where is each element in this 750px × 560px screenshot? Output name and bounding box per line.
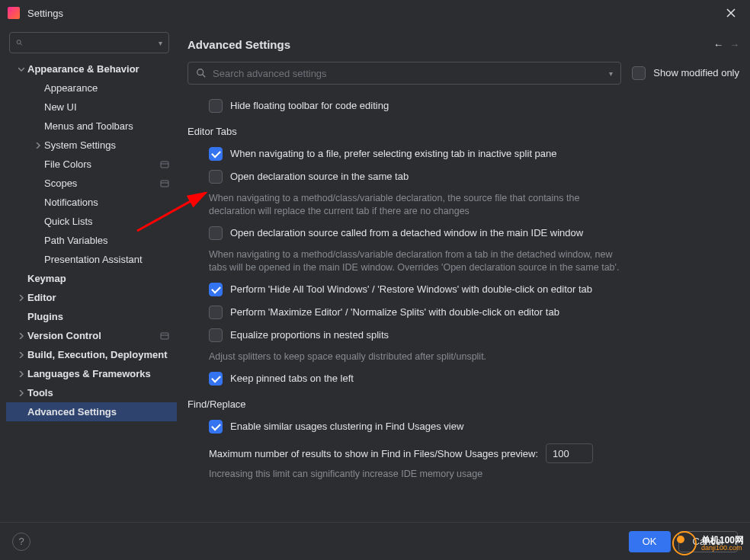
section-editor-tabs: Editor Tabs [188, 126, 739, 137]
sidebar-item-label: Quick Lists [44, 216, 93, 227]
sidebar-item-label: Path Variables [44, 235, 108, 246]
sidebar-item-label: Plugins [27, 311, 63, 322]
settings-content: Advanced Settings ← → ▾ Show modified on… [177, 26, 750, 522]
keep-pinned-left-checkbox[interactable] [209, 372, 223, 386]
sidebar-item-plugins[interactable]: Plugins [6, 307, 177, 326]
svg-line-1 [21, 43, 22, 45]
chevron-right-icon [15, 371, 27, 377]
sidebar-item-label: Menus and Toolbars [44, 120, 133, 132]
sidebar-search-input[interactable] [27, 37, 155, 49]
open-declaration-same-tab-label: Open declaration source in the same tab [230, 169, 409, 184]
sidebar-item-editor[interactable]: Editor [6, 288, 177, 307]
svg-rect-6 [161, 333, 168, 339]
sidebar-search[interactable]: ▾ [9, 32, 169, 53]
help-button[interactable]: ? [12, 533, 30, 551]
hide-tool-windows-dblclick-checkbox[interactable] [209, 283, 223, 296]
hide-tool-windows-dblclick-label: Perform 'Hide All Tool Windows' / 'Resto… [230, 282, 592, 297]
open-declaration-detached-label: Open declaration source called from a de… [230, 226, 583, 241]
window-title: Settings [27, 8, 63, 19]
sidebar-item-file-colors[interactable]: File Colors [6, 155, 177, 174]
similar-usages-label: Enable similar usages clustering in Find… [230, 419, 463, 434]
ok-button[interactable]: OK [629, 531, 671, 552]
sidebar-item-label: File Colors [44, 158, 91, 170]
sidebar-item-build-execution-deployment[interactable]: Build, Execution, Deployment [6, 345, 177, 364]
sidebar-item-version-control[interactable]: Version Control [6, 326, 177, 345]
svg-point-0 [17, 40, 21, 44]
sidebar-item-quick-lists[interactable]: Quick Lists [6, 212, 177, 231]
sidebar-item-system-settings[interactable]: System Settings [6, 136, 177, 155]
sidebar-item-menus-and-toolbars[interactable]: Menus and Toolbars [6, 117, 177, 136]
sidebar-item-path-variables[interactable]: Path Variables [6, 231, 177, 250]
prefer-existing-tab-checkbox[interactable] [209, 147, 223, 161]
sidebar-item-label: Keymap [27, 273, 66, 284]
sidebar-item-advanced-settings[interactable]: Advanced Settings [6, 402, 177, 421]
svg-rect-2 [161, 162, 168, 168]
sidebar-item-label: Version Control [27, 330, 101, 341]
svg-line-9 [203, 75, 206, 78]
sidebar-item-label: Appearance [44, 82, 98, 94]
sidebar-item-scopes[interactable]: Scopes [6, 174, 177, 193]
maximize-editor-dblclick-label: Perform 'Maximize Editor' / 'Normalize S… [230, 305, 559, 320]
sidebar-item-label: New UI [44, 101, 77, 113]
chevron-right-icon [15, 352, 27, 358]
svg-rect-4 [161, 181, 168, 187]
titlebar: Settings [0, 0, 750, 26]
sidebar-item-appearance[interactable]: Appearance [6, 78, 177, 98]
similar-usages-checkbox[interactable] [209, 420, 223, 434]
sidebar-item-languages-frameworks[interactable]: Languages & Frameworks [6, 364, 177, 383]
content-search[interactable]: ▾ [188, 62, 621, 85]
hide-floating-toolbar-checkbox[interactable] [209, 99, 223, 113]
sidebar-item-label: Notifications [44, 197, 98, 208]
section-find-replace: Find/Replace [188, 398, 739, 410]
sidebar-item-notifications[interactable]: Notifications [6, 193, 177, 212]
chevron-right-icon [15, 295, 27, 301]
content-search-input[interactable] [213, 68, 606, 79]
show-modified-label: Show modified only [653, 66, 739, 81]
search-icon [196, 68, 207, 78]
project-scope-icon [160, 331, 169, 341]
open-declaration-detached-checkbox[interactable] [209, 226, 223, 240]
maximize-editor-dblclick-checkbox[interactable] [209, 306, 223, 319]
hide-floating-toolbar-label: Hide floating toolbar for code editing [230, 98, 389, 114]
sidebar-item-label: Languages & Frameworks [27, 368, 151, 379]
show-modified-checkbox[interactable] [632, 66, 646, 80]
chevron-right-icon [32, 142, 44, 149]
search-icon [16, 37, 23, 48]
sidebar-item-tools[interactable]: Tools [6, 383, 177, 402]
open-declaration-same-tab-desc: When navigating to a method/class/variab… [209, 192, 628, 218]
sidebar-item-label: Build, Execution, Deployment [27, 349, 167, 360]
keep-pinned-left-label: Keep pinned tabs on the left [230, 371, 354, 386]
window-close-button[interactable] [720, 2, 742, 24]
settings-sidebar: ▾ Appearance & BehaviorAppearanceNew UIM… [0, 26, 177, 522]
open-declaration-same-tab-checkbox[interactable] [209, 170, 223, 184]
open-declaration-detached-desc: When navigating to a method/class/variab… [209, 248, 628, 274]
equalize-splits-desc: Adjust splitters to keep space equally d… [209, 350, 628, 363]
chevron-down-icon [15, 66, 27, 72]
sidebar-item-label: System Settings [44, 139, 116, 151]
sidebar-item-label: Tools [27, 387, 53, 398]
sidebar-item-keymap[interactable]: Keymap [6, 269, 177, 288]
max-results-input[interactable] [546, 443, 593, 463]
nav-forward-button[interactable]: → [729, 39, 739, 50]
equalize-splits-checkbox[interactable] [209, 328, 223, 342]
sidebar-item-presentation-assistant[interactable]: Presentation Assistant [6, 250, 177, 269]
project-scope-icon [160, 160, 169, 169]
max-results-desc: Increasing this limit can significantly … [209, 468, 628, 481]
sidebar-item-label: Presentation Assistant [44, 254, 143, 265]
dialog-footer: ? OK Cancel [0, 522, 750, 560]
equalize-splits-label: Equalize proportions in nested splits [230, 328, 389, 343]
project-scope-icon [160, 179, 169, 188]
nav-back-button[interactable]: ← [713, 39, 723, 50]
svg-point-8 [197, 69, 204, 75]
sidebar-item-label: Editor [27, 292, 56, 303]
chevron-right-icon [15, 390, 27, 396]
settings-tree: Appearance & BehaviorAppearanceNew UIMen… [6, 59, 177, 421]
sidebar-item-label: Advanced Settings [27, 406, 117, 418]
sidebar-item-appearance-behavior[interactable]: Appearance & Behavior [6, 59, 177, 78]
watermark-logo-icon [672, 531, 697, 555]
nav-arrows: ← → [713, 39, 739, 50]
chevron-right-icon [15, 333, 27, 339]
page-title: Advanced Settings [188, 38, 290, 51]
app-icon [8, 7, 20, 19]
sidebar-item-new-ui[interactable]: New UI [6, 98, 177, 117]
